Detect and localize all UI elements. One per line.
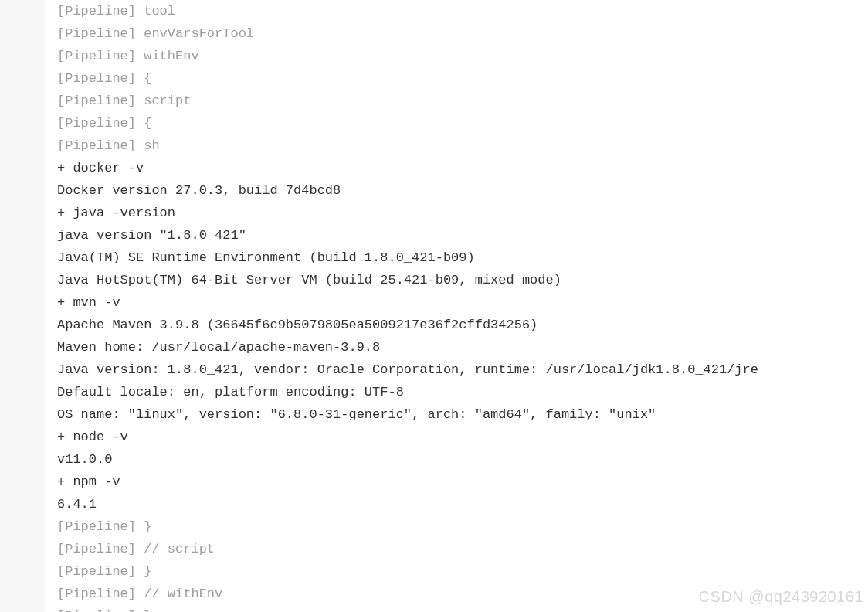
console-line: Apache Maven 3.9.8 (36645f6c9b5079805ea5… [57, 314, 868, 336]
console-output[interactable]: [Pipeline] tool [Pipeline] envVarsForToo… [45, 0, 868, 612]
console-line: [Pipeline] tool [57, 0, 868, 22]
console-line: + node -v [57, 426, 868, 448]
console-line: [Pipeline] sh [57, 134, 868, 157]
console-line: [Pipeline] // withEnv [57, 583, 868, 605]
console-line: OS name: "linux", version: "6.8.0-31-gen… [57, 403, 868, 426]
console-line: [Pipeline] envVarsForTool [57, 22, 868, 45]
console-line: + mvn -v [57, 291, 868, 314]
console-line: [Pipeline] { [57, 112, 868, 134]
console-line: Docker version 27.0.3, build 7d4bcd8 [57, 179, 868, 202]
console-line: Default locale: en, platform encoding: U… [57, 381, 868, 403]
console-line: + docker -v [57, 157, 868, 179]
console-line: + java -version [57, 202, 868, 224]
console-line: Maven home: /usr/local/apache-maven-3.9.… [57, 336, 868, 359]
console-line: [Pipeline] script [57, 90, 868, 112]
console-line: [Pipeline] } [57, 515, 868, 538]
console-line: [Pipeline] { [57, 67, 868, 90]
console-line: [Pipeline] withEnv [57, 45, 868, 67]
console-line: Java(TM) SE Runtime Environment (build 1… [57, 246, 868, 269]
console-line: [Pipeline] } [57, 560, 868, 583]
console-line: v11.0.0 [57, 448, 868, 471]
console-line: 6.4.1 [57, 493, 868, 515]
console-line: + npm -v [57, 471, 868, 493]
console-line: [Pipeline] } [57, 605, 868, 612]
console-line: java version "1.8.0_421" [57, 224, 868, 246]
console-line: Java version: 1.8.0_421, vendor: Oracle … [57, 359, 868, 381]
console-line: [Pipeline] // script [57, 538, 868, 560]
console-line: Java HotSpot(TM) 64-Bit Server VM (build… [57, 269, 868, 291]
